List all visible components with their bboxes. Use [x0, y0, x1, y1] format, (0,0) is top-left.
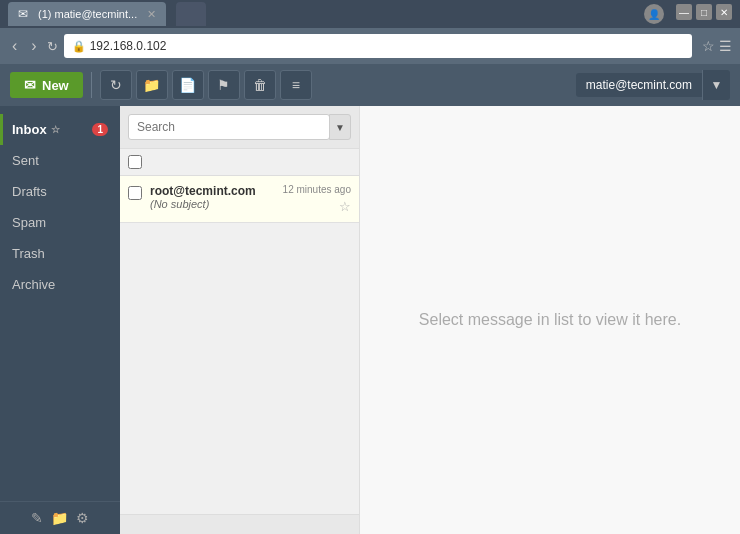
sidebar-item-trash-label: Trash — [12, 246, 45, 261]
email-from: root@tecmint.com — [150, 184, 275, 198]
user-email-display: matie@tecmint.com — [576, 73, 702, 97]
delete-button[interactable]: 🗑 — [244, 70, 276, 100]
browser-titlebar: ✉ (1) matie@tecmint... ✕ 👤 — □ ✕ — [0, 0, 740, 28]
more-menu-button[interactable]: ≡ — [280, 70, 312, 100]
page-button[interactable]: 📄 — [172, 70, 204, 100]
email-meta: 12 minutes ago ☆ — [283, 184, 351, 214]
browser-user-icon: 👤 — [644, 4, 664, 24]
sidebar-item-inbox-label: Inbox — [12, 122, 47, 137]
email-time: 12 minutes ago — [283, 184, 351, 195]
browser-toolbar-icons: ☆ ☰ — [702, 38, 732, 54]
main-layout: Inbox ☆ 1 Sent Drafts Spam Trash Archive… — [0, 106, 740, 534]
maximize-button[interactable]: □ — [696, 4, 712, 20]
back-button[interactable]: ‹ — [8, 35, 21, 57]
refresh-button[interactable]: ↻ — [47, 39, 58, 54]
email-list-panel: ▼ root@tecmint.com (No subject) 12 minut… — [120, 106, 360, 534]
email-subject: (No subject) — [150, 198, 275, 210]
tab-close-button[interactable]: ✕ — [147, 8, 156, 21]
search-dropdown-button[interactable]: ▼ — [329, 114, 351, 140]
search-input[interactable] — [128, 114, 330, 140]
message-view: Select message in list to view it here. — [360, 106, 740, 534]
sidebar-item-spam[interactable]: Spam — [0, 207, 120, 238]
address-bar[interactable]: 🔒 192.168.0.102 — [64, 34, 692, 58]
app-toolbar: ✉ New ↻ 📁 📄 ⚑ 🗑 ≡ matie@tecmint.com ▼ — [0, 64, 740, 106]
sidebar-settings-button[interactable]: ⚙ — [76, 510, 89, 526]
new-button-label: New — [42, 78, 69, 93]
browser-toolbar: ‹ › ↻ 🔒 192.168.0.102 ☆ ☰ — [0, 28, 740, 64]
sidebar: Inbox ☆ 1 Sent Drafts Spam Trash Archive… — [0, 106, 120, 534]
sidebar-item-drafts[interactable]: Drafts — [0, 176, 120, 207]
sidebar-item-trash[interactable]: Trash — [0, 238, 120, 269]
sidebar-item-inbox[interactable]: Inbox ☆ 1 — [0, 114, 120, 145]
browser-menu-button[interactable]: ☰ — [719, 38, 732, 54]
browser-chrome: ✉ (1) matie@tecmint... ✕ 👤 — □ ✕ ‹ › ↻ 🔒… — [0, 0, 740, 64]
bookmark-star-button[interactable]: ☆ — [702, 38, 715, 54]
select-all-checkbox[interactable] — [128, 155, 142, 169]
minimize-button[interactable]: — — [676, 4, 692, 20]
sidebar-item-sent[interactable]: Sent — [0, 145, 120, 176]
sidebar-item-archive[interactable]: Archive — [0, 269, 120, 300]
email-content: root@tecmint.com (No subject) — [150, 184, 275, 210]
sidebar-item-spam-label: Spam — [12, 215, 46, 230]
sidebar-inbox-badge: 1 — [92, 123, 108, 136]
tab-title: (1) matie@tecmint... — [38, 8, 137, 20]
sidebar-folder-button[interactable]: 📁 — [51, 510, 68, 526]
app-container: ✉ New ↻ 📁 📄 ⚑ 🗑 ≡ matie@tecmint.com ▼ In… — [0, 64, 740, 534]
new-tab-button[interactable] — [176, 2, 206, 26]
folder-button[interactable]: 📁 — [136, 70, 168, 100]
user-dropdown-button[interactable]: ▼ — [702, 70, 730, 100]
refresh-mail-button[interactable]: ↻ — [100, 70, 132, 100]
email-list-footer — [120, 514, 359, 534]
email-star-button[interactable]: ☆ — [339, 199, 351, 214]
browser-tab-active[interactable]: ✉ (1) matie@tecmint... ✕ — [8, 2, 166, 26]
sidebar-inbox-star[interactable]: ☆ — [51, 124, 60, 135]
email-checkbox[interactable] — [128, 186, 142, 200]
toolbar-separator — [91, 72, 92, 98]
email-list-header — [120, 149, 359, 176]
email-items: root@tecmint.com (No subject) 12 minutes… — [120, 176, 359, 514]
new-button-icon: ✉ — [24, 77, 36, 93]
sidebar-footer: ✎ 📁 ⚙ — [0, 501, 120, 534]
sidebar-item-archive-label: Archive — [12, 277, 55, 292]
flag-button[interactable]: ⚑ — [208, 70, 240, 100]
tab-favicon: ✉ — [18, 7, 32, 21]
lock-icon: 🔒 — [72, 40, 86, 53]
message-placeholder: Select message in list to view it here. — [419, 311, 681, 329]
window-controls: 👤 — □ ✕ — [644, 4, 732, 24]
new-button[interactable]: ✉ New — [10, 72, 83, 98]
forward-button[interactable]: › — [27, 35, 40, 57]
search-bar: ▼ — [120, 106, 359, 149]
user-area: matie@tecmint.com ▼ — [576, 70, 730, 100]
sidebar-item-drafts-label: Drafts — [12, 184, 47, 199]
email-item[interactable]: root@tecmint.com (No subject) 12 minutes… — [120, 176, 359, 223]
sidebar-item-sent-label: Sent — [12, 153, 39, 168]
url-text: 192.168.0.102 — [90, 39, 167, 53]
close-button[interactable]: ✕ — [716, 4, 732, 20]
sidebar-compose-button[interactable]: ✎ — [31, 510, 43, 526]
